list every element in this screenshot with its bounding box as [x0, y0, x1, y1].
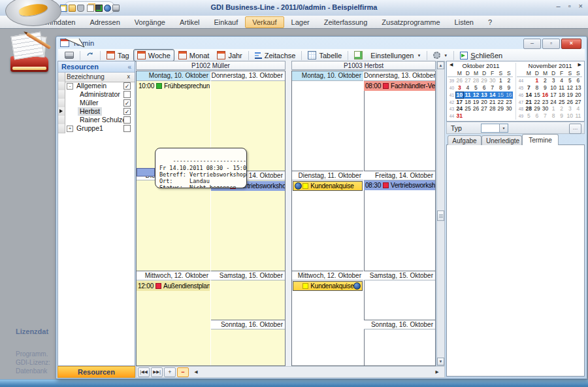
termin-close-button[interactable]: × [561, 39, 581, 49]
day-cell-mueller-sun[interactable] [211, 329, 285, 365]
minical-day[interactable]: 26 [455, 77, 464, 84]
minical-day[interactable]: 8 [497, 84, 505, 92]
day-header[interactable]: Donnerstag, 13. Oktober [364, 71, 435, 81]
minical-day[interactable]: 18 [464, 99, 472, 106]
tabelle-button[interactable]: Tabelle [304, 49, 346, 61]
termin-restore-button[interactable]: ▫ [542, 39, 560, 49]
minical-day[interactable]: 12 [566, 84, 574, 92]
checkbox[interactable] [123, 116, 131, 124]
day-header[interactable]: Samstag, 15. Oktober [364, 271, 435, 280]
minical-day[interactable]: 31 [455, 112, 464, 120]
event-kundenakquise-wed[interactable]: Kundenakquise [293, 281, 363, 291]
chevron-down-icon[interactable]: ▼ [499, 124, 508, 132]
last-page-button[interactable]: ▶▶| [151, 367, 163, 377]
minical-day[interactable]: 9 [505, 84, 514, 92]
day-header[interactable]: Freitag, 14. Oktober [364, 171, 435, 180]
minical-day[interactable]: 11 [557, 84, 566, 92]
minical-day[interactable]: 27 [464, 77, 472, 84]
menu-listen[interactable]: Listen [448, 16, 481, 28]
day-cell-herbst-mon[interactable] [292, 81, 363, 171]
day-cell-mueller-wed[interactable] [137, 280, 210, 365]
print-button[interactable] [61, 50, 78, 61]
menu-artikel[interactable]: Artikel [172, 16, 207, 28]
minical-day[interactable]: 11 [464, 92, 472, 99]
scroll-down-icon[interactable]: ▼ [437, 358, 444, 365]
minical-day[interactable]: 30 [505, 105, 514, 112]
minical-day[interactable]: 17 [455, 99, 464, 106]
day-header[interactable]: Montag, 10. Oktober [137, 71, 210, 81]
checkbox[interactable]: ✓ [123, 82, 131, 90]
minical-day[interactable]: 6 [574, 77, 583, 84]
day-header[interactable]: Mittwoch, 12. Oktober [137, 271, 210, 280]
expand-expander-icon[interactable]: + [67, 126, 73, 132]
scrollbar-thumb[interactable] [437, 210, 444, 221]
einstellungen-button[interactable]: Einstellungen▼ [367, 50, 425, 61]
open-folder-icon[interactable] [69, 5, 76, 12]
scroll-left-icon[interactable]: ◀ [190, 367, 202, 377]
event-fachhaendler-veranstaltung[interactable]: 08:00 Fachhändler-Veransta [364, 81, 435, 91]
minical-day[interactable]: 3 [549, 77, 558, 84]
menu-verkauf[interactable]: Verkauf [245, 16, 284, 28]
checkbox[interactable] [123, 91, 131, 98]
minical-day[interactable]: 21 [488, 99, 497, 106]
minical-day[interactable]: 29 [497, 105, 505, 112]
minical-day[interactable]: 25 [557, 99, 566, 106]
day-header[interactable]: Montag, 10. Oktober [292, 71, 363, 81]
minical-day[interactable]: 22 [497, 99, 505, 106]
minical-day[interactable]: 9 [541, 84, 549, 92]
scroll-up-icon[interactable]: ▲ [437, 61, 444, 69]
minical-day[interactable]: 7 [525, 84, 533, 92]
checkbox[interactable]: ✓ [123, 99, 131, 107]
first-page-button[interactable]: |◀◀ [138, 367, 150, 377]
minical-day[interactable]: 30 [541, 105, 549, 112]
minical-day[interactable]: 5 [472, 84, 480, 92]
user-clock-icon[interactable] [104, 5, 111, 12]
minical-day[interactable]: 16 [505, 92, 514, 99]
more-options-button[interactable]: … [569, 124, 581, 134]
partially-hidden-event[interactable] [137, 168, 155, 177]
day-cell-mueller-sat[interactable] [211, 280, 285, 320]
copy-icon[interactable] [87, 5, 94, 12]
next-month-icon[interactable]: ▶ [578, 62, 581, 67]
minical-day[interactable]: 23 [541, 99, 549, 106]
day-header[interactable]: Samstag, 15. Oktober [211, 271, 285, 280]
zoom-in-button[interactable]: + [164, 367, 176, 377]
menu-lager[interactable]: Lager [284, 16, 317, 28]
collapse-panel-icon[interactable]: « [127, 63, 131, 71]
minical-day[interactable]: 14 [488, 92, 497, 99]
resources-bottom-button[interactable]: Resourcen [57, 366, 135, 378]
day-header[interactable]: Donnerstag, 13. Oktober [211, 71, 285, 81]
minical-day[interactable]: 27 [480, 105, 489, 112]
tree-row-mueller[interactable]: Müller ✓ [58, 99, 135, 107]
minical-day[interactable]: 1 [549, 105, 558, 112]
minical-day[interactable]: 2 [541, 77, 549, 84]
minical-day[interactable]: 4 [557, 77, 566, 84]
menu-zeiterfassung[interactable]: Zeiterfassung [317, 16, 375, 28]
minical-day[interactable]: 6 [480, 84, 489, 92]
menu-adressen[interactable]: Adressen [82, 16, 127, 28]
menu-vorgaenge[interactable]: Vorgänge [127, 16, 172, 28]
event-aussendienstplanung[interactable]: 12:00 Außendienstplanung [137, 281, 210, 291]
tree-row-gruppe1[interactable]: + Gruppe1 [58, 124, 135, 133]
day-cell-herbst-wed[interactable] [292, 280, 363, 365]
menu-zusatzprogramme[interactable]: Zusatzprogramme [374, 16, 447, 28]
jahr-button[interactable]: Jahr [213, 49, 246, 61]
minical-day[interactable]: 28 [472, 77, 480, 84]
minical-day[interactable]: 3 [455, 84, 464, 92]
day-cell-mueller-fri[interactable] [211, 180, 285, 271]
minical-day[interactable]: 9 [557, 112, 566, 120]
minical-day[interactable]: 26 [472, 105, 480, 112]
minical-day[interactable]: 2 [505, 77, 514, 84]
tab-aufgabe[interactable]: Aufgabe [448, 135, 482, 145]
notes-desktop-icon[interactable] [9, 33, 51, 77]
note-button[interactable] [350, 49, 367, 61]
zoom-out-button[interactable]: − [177, 367, 189, 377]
day-header[interactable]: Sonntag, 16. Oktober [364, 320, 435, 329]
minical-day[interactable]: 24 [549, 99, 558, 106]
minical-day[interactable]: 29 [480, 77, 489, 84]
minical-day[interactable]: 3 [566, 105, 574, 112]
zeitachse-button[interactable]: Zeitachse [251, 50, 300, 61]
minical-day[interactable]: 15 [497, 92, 505, 99]
day-cell-herbst-tue[interactable] [292, 180, 363, 271]
minical-day[interactable]: 24 [455, 105, 464, 112]
